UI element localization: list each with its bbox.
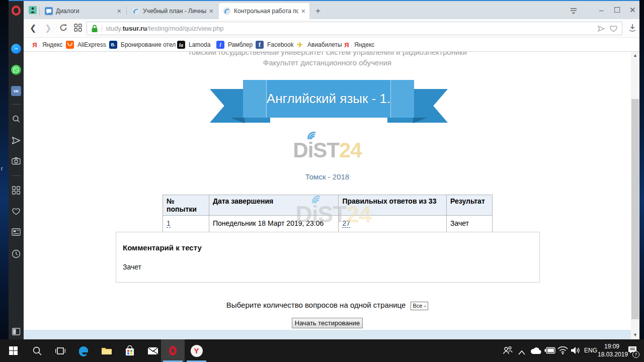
tab-label: Диалоги <box>56 8 114 15</box>
questions-per-page-select[interactable]: Все˅ <box>411 302 429 310</box>
tab-separator <box>39 7 40 15</box>
browser-window: VK <box>9 0 639 339</box>
action-center-icon[interactable]: 7 <box>628 346 637 356</box>
bookmark-lamoda[interactable]: la Lamoda <box>177 40 210 49</box>
wifi-icon[interactable] <box>557 346 568 356</box>
tab-label: Учебный план - Личный <box>143 8 206 15</box>
onedrive-cloud-icon[interactable] <box>530 347 542 356</box>
close-button[interactable]: ✕ <box>629 6 636 15</box>
page-viewport: Томский государственный университет сист… <box>24 52 639 339</box>
vertical-scrollbar[interactable]: ▲ ▼ <box>631 52 639 339</box>
chevron-down-icon: ˅ <box>424 304 426 309</box>
tab-strip: Диалоги × Учебный план - Личный × Контро… <box>24 1 639 19</box>
file-explorer-icon[interactable] <box>95 339 118 362</box>
minimize-button[interactable]: – <box>599 6 603 14</box>
plane-icon: ✈ <box>296 41 304 49</box>
start-button[interactable] <box>2 339 25 362</box>
rambler-icon: / <box>216 41 224 49</box>
favorite-heart-icon[interactable] <box>609 25 618 32</box>
store-icon[interactable] <box>118 339 141 362</box>
people-icon[interactable] <box>502 346 513 357</box>
tab-quiz-active[interactable]: Контрольная работа по д × <box>219 3 309 19</box>
language-indicator[interactable]: ENG <box>584 347 597 354</box>
history-clock-icon[interactable] <box>12 249 21 260</box>
bookmarks-bar: Я Яндекс AliExpress B. Бронирование отел… <box>24 38 639 52</box>
scrollbar-thumb[interactable] <box>631 99 639 319</box>
page-footer-bar <box>24 330 639 339</box>
back-button[interactable]: ❮ <box>30 23 36 33</box>
tab-study-plan[interactable]: Учебный план - Личный × <box>128 3 217 19</box>
bookmark-booking[interactable]: B. Бронирование отел <box>109 40 176 49</box>
scroll-down-icon[interactable]: ▼ <box>631 331 639 339</box>
messenger-icon[interactable] <box>11 44 21 54</box>
score-link[interactable]: 27 <box>342 219 350 228</box>
tray-chevron-up-icon[interactable] <box>518 348 525 357</box>
ribbon-panel <box>390 80 414 118</box>
tray-clock[interactable]: 19:09 18.03.2019 <box>598 342 626 358</box>
reload-button[interactable] <box>59 23 68 34</box>
search-icon[interactable] <box>12 115 21 126</box>
bookmark-rambler[interactable]: / Рамблер <box>216 40 253 49</box>
maximize-button[interactable]: ☐ <box>614 6 620 15</box>
tab-close-icon[interactable]: × <box>209 7 213 15</box>
comment-title: Комментарий к тесту <box>123 243 539 252</box>
facebook-icon: f <box>256 41 264 49</box>
table-header-row: № попытки Дата завершения Правильных отв… <box>163 195 493 216</box>
booking-icon: B. <box>109 41 117 49</box>
speed-dial-icon[interactable] <box>12 186 21 197</box>
attempts-table: № попытки Дата завершения Правильных отв… <box>163 195 493 237</box>
col-date: Дата завершения <box>209 195 338 216</box>
comment-body: Зачет <box>123 263 539 271</box>
taskbar-search-icon[interactable] <box>25 339 49 362</box>
new-tab-button[interactable]: + <box>315 6 320 16</box>
bookmarks-heart-icon[interactable] <box>12 207 21 217</box>
col-result: Результат <box>447 195 493 216</box>
yandex-icon: Я <box>343 41 351 49</box>
url-separator <box>102 25 102 32</box>
notification-badge: 7 <box>632 351 639 358</box>
snapshot-camera-icon[interactable] <box>12 157 21 167</box>
tray-date: 18.03.2019 <box>598 350 626 358</box>
volume-icon[interactable] <box>571 346 580 356</box>
scroll-up-icon[interactable]: ▲ <box>631 52 639 60</box>
download-icon[interactable] <box>628 24 636 34</box>
forward-button[interactable]: ❯ <box>45 23 51 33</box>
share-flow-icon[interactable] <box>597 25 605 32</box>
bookmark-yandex-2[interactable]: Я Яндекс <box>343 40 374 49</box>
whatsapp-icon[interactable] <box>11 65 21 75</box>
course-title-ribbon: Английский язык - 1. <box>243 80 414 118</box>
personal-news-icon[interactable] <box>12 228 21 238</box>
vk-icon[interactable]: VK <box>11 86 21 96</box>
task-view-icon[interactable] <box>48 339 72 362</box>
tab-close-icon[interactable]: × <box>117 7 121 15</box>
ribbon-panel <box>243 80 267 118</box>
pinned-tab[interactable] <box>29 6 37 16</box>
taskbar-opera-icon[interactable] <box>161 339 185 362</box>
address-bar[interactable]: study.tusur.ru/testing/mod/quiz/view.php <box>87 22 622 35</box>
dist-favicon <box>223 7 231 15</box>
start-test-button[interactable]: Начать тестирование <box>292 318 363 328</box>
battery-icon[interactable] <box>544 347 556 356</box>
dialogs-favicon <box>45 7 53 15</box>
lamoda-icon: la <box>177 41 185 49</box>
bookmark-aviatickets[interactable]: ✈ Авиабилеты <box>296 40 342 49</box>
course-title: Английский язык - 1. <box>267 91 390 107</box>
browser-toolbar: ❮ ❯ study.tusur.ru/testing/mod/quiz/view… <box>24 19 639 38</box>
tab-dialogs[interactable]: Диалоги × <box>41 3 125 19</box>
faculty-name: Факультет дистанционного обучения <box>24 58 631 67</box>
speed-dial-grid-icon[interactable] <box>74 24 82 34</box>
bookmark-aliexpress[interactable]: AliExpress <box>66 40 106 49</box>
questions-per-page-label: Выберите количество вопросов на одной ст… <box>226 301 406 309</box>
col-attempt: № попытки <box>163 195 209 216</box>
attempt-link[interactable]: 1 <box>167 219 171 228</box>
browser-main: Диалоги × Учебный план - Личный × Контро… <box>24 1 639 339</box>
edge-icon[interactable] <box>71 339 95 362</box>
sidebar-toggle-icon[interactable] <box>12 328 21 337</box>
bookmark-facebook[interactable]: f Facebook <box>256 40 294 49</box>
taskbar-yandex-icon[interactable]: Y <box>185 339 208 362</box>
tab-menu-icon[interactable] <box>570 7 578 16</box>
tab-close-icon[interactable]: × <box>301 7 305 15</box>
opera-logo-icon[interactable] <box>12 6 21 16</box>
bookmark-yandex[interactable]: Я Яндекс <box>31 40 62 49</box>
my-flow-send-icon[interactable] <box>12 136 21 147</box>
